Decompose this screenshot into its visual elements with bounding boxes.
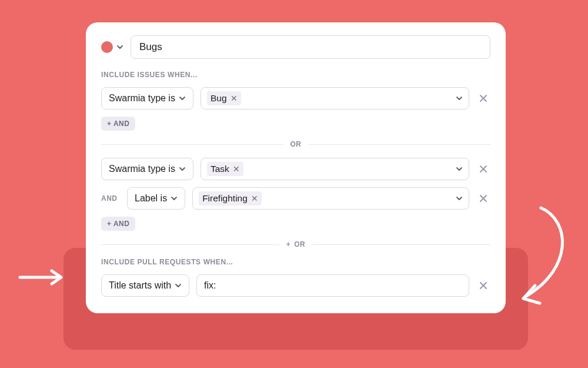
divider-line <box>101 144 283 145</box>
color-dot-icon <box>101 41 113 53</box>
rule-row: Swarmia type is Bug ✕ <box>101 87 490 110</box>
filter-config-card: INCLUDE ISSUES WHEN... Swarmia type is B… <box>86 22 506 313</box>
header-row <box>101 35 490 59</box>
divider-line <box>312 244 490 245</box>
chip-remove-icon[interactable]: ✕ <box>251 194 258 203</box>
section-label-prs: INCLUDE PULL REQUESTS WHEN... <box>101 258 490 266</box>
chevron-down-icon <box>456 195 463 202</box>
field-dropdown[interactable]: Swarmia type is <box>101 158 193 180</box>
value-dropdown[interactable]: Firefighting ✕ <box>192 187 469 210</box>
divider-line <box>309 144 491 145</box>
chip-remove-icon[interactable]: ✕ <box>233 165 240 173</box>
arrow-curve-icon <box>512 203 576 309</box>
chip-label: Bug <box>211 93 227 104</box>
chevron-down-icon <box>456 95 463 102</box>
field-label: Swarmia type is <box>109 164 175 174</box>
field-label: Title starts with <box>109 280 171 291</box>
remove-rule-button[interactable] <box>476 279 490 293</box>
value-chip: Task ✕ <box>207 162 243 176</box>
plus-or-button[interactable]: + OR <box>286 240 306 248</box>
value-chip: Firefighting ✕ <box>199 191 262 205</box>
remove-rule-button[interactable] <box>476 162 490 176</box>
field-label: Label is <box>135 193 167 204</box>
field-label: Swarmia type is <box>109 93 175 104</box>
plus-icon: + <box>286 240 291 248</box>
add-and-button[interactable]: + AND <box>101 117 135 131</box>
divider-line <box>101 244 279 245</box>
chip-label: Firefighting <box>202 193 248 204</box>
chevron-down-icon <box>175 282 182 289</box>
plus-or-divider: + OR <box>101 240 490 248</box>
value-text-input[interactable] <box>196 274 469 297</box>
arrow-left-icon <box>18 268 65 286</box>
color-picker[interactable] <box>101 41 123 53</box>
or-label: OR <box>294 240 305 248</box>
chevron-down-icon <box>456 165 463 173</box>
rule-row: AND Label is Firefighting ✕ <box>101 187 490 210</box>
field-dropdown[interactable]: Title starts with <box>101 274 189 297</box>
or-divider: OR <box>101 140 490 148</box>
value-dropdown[interactable]: Bug ✕ <box>201 87 469 110</box>
chevron-down-icon <box>179 95 186 102</box>
remove-rule-button[interactable] <box>476 191 490 205</box>
chevron-down-icon <box>179 165 186 173</box>
chevron-down-icon <box>171 195 178 202</box>
chip-label: Task <box>211 164 229 174</box>
value-dropdown[interactable]: Task ✕ <box>201 158 469 180</box>
value-chip: Bug ✕ <box>207 91 241 105</box>
field-dropdown[interactable]: Label is <box>127 187 185 210</box>
rule-row: Swarmia type is Task ✕ <box>101 158 490 180</box>
category-title-input[interactable] <box>131 35 490 59</box>
remove-rule-button[interactable] <box>476 91 490 105</box>
and-prefix-label: AND <box>101 194 120 203</box>
chevron-down-icon <box>116 44 123 51</box>
section-label-issues: INCLUDE ISSUES WHEN... <box>101 71 490 79</box>
or-label: OR <box>290 140 302 148</box>
rule-row: Title starts with <box>101 274 490 297</box>
chip-remove-icon[interactable]: ✕ <box>230 94 238 102</box>
field-dropdown[interactable]: Swarmia type is <box>101 87 193 110</box>
add-and-button[interactable]: + AND <box>101 217 135 231</box>
